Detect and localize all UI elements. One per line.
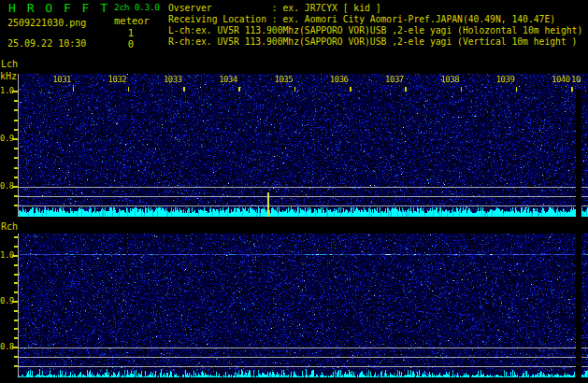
time-tick [571, 87, 573, 92]
lch-spectrogram [19, 74, 588, 217]
time-tick [183, 87, 185, 92]
y-minor-tick [14, 310, 18, 312]
meteor-counter-label: meteor [114, 16, 150, 27]
time-label: 1031 [50, 75, 71, 84]
y-minor-tick [14, 291, 18, 293]
time-label: 1040 [549, 75, 570, 84]
time-tick [405, 87, 407, 92]
y-minor-tick [14, 177, 18, 178]
y-major-tick [12, 91, 18, 92]
lch-panel-border [18, 74, 19, 217]
y-minor-tick [14, 100, 18, 102]
y-minor-tick [14, 337, 18, 339]
khz-unit-label: kHz [0, 71, 17, 81]
y-minor-tick [14, 195, 18, 197]
time-label: 1039 [493, 75, 514, 84]
time-tick [128, 87, 130, 92]
time-label: 1037 [382, 75, 404, 84]
y-minor-tick [14, 120, 18, 121]
y-minor-tick [14, 167, 18, 169]
y-minor-tick [14, 109, 18, 111]
y-minor-tick [14, 356, 18, 358]
y-minor-tick [14, 246, 18, 248]
location-info-line: Receiving Location : ex. Aomori City Aom… [168, 15, 555, 25]
y-minor-tick [14, 319, 18, 321]
y-tick-label-rch: 0.8 [0, 342, 13, 351]
time-tick [461, 87, 463, 92]
y-major-tick [12, 138, 18, 140]
y-minor-tick [14, 274, 18, 276]
time-label: 1032 [105, 75, 126, 84]
mode-version: 2ch 0.3.0 [114, 3, 160, 12]
y-tick-label-lch: 0.9 [0, 134, 13, 143]
time-tick [238, 87, 240, 92]
lch-receiver-info-line: L-ch:ex. UV5R 113.900Mhz(SAPPORO VOR)USB… [168, 26, 582, 36]
y-tick-label-lch: 0.8 [0, 181, 13, 191]
observation-datetime: 25.09.22 10:30 [7, 38, 86, 49]
y-major-tick [12, 186, 18, 188]
app-title: H R O F F T [8, 2, 109, 15]
y-major-tick [12, 301, 18, 303]
rch-spectrogram [19, 234, 588, 377]
y-minor-tick [14, 365, 18, 367]
time-label: 1033 [161, 75, 182, 84]
time-label: 1035 [271, 75, 293, 84]
y-major-tick [12, 347, 18, 348]
y-minor-tick [14, 205, 18, 206]
y-minor-tick [14, 129, 18, 131]
time-tick [294, 87, 296, 92]
time-label: 1036 [327, 75, 349, 84]
y-tick-label-rch: 1.0 [0, 250, 13, 260]
y-minor-tick [14, 282, 18, 284]
output-filename: 2509221030.png [7, 18, 86, 28]
time-tick [516, 87, 518, 92]
hrofft-screen: H R O F F T 2ch 0.3.0 2509221030.png met… [0, 0, 588, 383]
rch-panel-border [18, 234, 19, 377]
time-tick [350, 87, 351, 92]
y-minor-tick [14, 157, 18, 159]
y-minor-tick [14, 328, 18, 330]
meteor-count-rch: 0 [89, 39, 134, 50]
y-tick-label-rch: 0.9 [0, 296, 13, 305]
y-minor-tick [14, 264, 18, 266]
rch-panel-label: Rch [1, 221, 18, 232]
rch-receiver-info-line: R-ch:ex. UV5R 113.900Mhz(SAPPORO VOR)USB… [168, 37, 577, 48]
y-minor-tick [14, 236, 18, 238]
time-label: 1038 [437, 75, 459, 84]
time-label-partial: 10 [571, 75, 588, 84]
y-minor-tick [14, 148, 18, 149]
lch-panel-label: Lch [1, 59, 18, 69]
observer-info-line: Ovserver : ex. JR7CYX [ kid ] [168, 4, 380, 14]
time-tick [73, 87, 75, 92]
y-tick-label-lch: 1.0 [0, 86, 13, 95]
time-label: 1034 [216, 75, 237, 84]
meteor-count-lch: 1 [89, 28, 134, 39]
y-major-tick [12, 255, 18, 257]
